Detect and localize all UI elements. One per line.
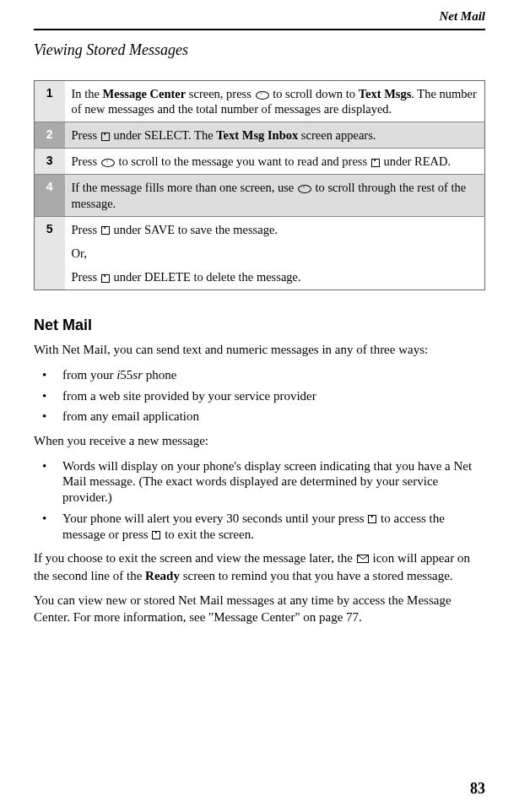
section-heading: Viewing Stored Messages	[34, 41, 485, 60]
step-text: Press under SELECT. The Text Msg Inbox s…	[65, 122, 485, 149]
step-row: 4 If the message fills more than one scr…	[35, 175, 485, 216]
key-icon	[101, 274, 110, 283]
topic-heading: Net Mail	[34, 316, 485, 335]
step-text: If the message fills more than one scree…	[65, 175, 485, 216]
list-item: Words will display on your phone's displ…	[34, 458, 485, 506]
step-row: 3 Press to scroll to the message you wan…	[35, 149, 485, 175]
step-text: Press under SAVE to save the message. Or…	[65, 216, 485, 290]
list-item: from any email application	[34, 409, 485, 425]
scroll-icon	[298, 185, 311, 193]
running-header: Net Mail	[34, 8, 485, 25]
key-icon	[152, 531, 160, 539]
key-icon	[101, 133, 110, 141]
steps-table: 1 In the Message Center screen, press to…	[34, 80, 485, 290]
envelope-icon	[357, 551, 369, 568]
exit-paragraph: If you choose to exit the screen and vie…	[34, 550, 485, 584]
list-item: from your i55sr phone	[34, 367, 485, 383]
key-icon	[371, 159, 380, 167]
header-rule	[34, 29, 485, 30]
scroll-icon	[256, 91, 269, 100]
scroll-icon	[101, 159, 115, 167]
step-number: 2	[35, 122, 65, 149]
step-text: Press to scroll to the message you want …	[65, 149, 485, 175]
page-number: 83	[470, 779, 485, 798]
ways-list: from your i55sr phone from a web site pr…	[34, 367, 485, 425]
step-row: 2 Press under SELECT. The Text Msg Inbox…	[35, 122, 485, 149]
step-number: 3	[35, 149, 65, 175]
list-item: from a web site provided by your service…	[34, 388, 485, 404]
step-text: In the Message Center screen, press to s…	[65, 80, 485, 122]
step-row: 1 In the Message Center screen, press to…	[35, 80, 485, 122]
receive-intro: When you receive a new message:	[34, 433, 485, 450]
step-number: 5	[35, 216, 65, 290]
step-number: 4	[35, 175, 65, 216]
view-paragraph: You can view new or stored Net Mail mess…	[34, 593, 485, 625]
step-row: 5 Press under SAVE to save the message. …	[35, 216, 485, 290]
key-icon	[101, 226, 110, 235]
receive-list: Words will display on your phone's displ…	[34, 458, 485, 543]
list-item: Your phone will alert you every 30 secon…	[34, 511, 485, 543]
step-number: 1	[35, 80, 65, 122]
intro-paragraph: With Net Mail, you can send text and num…	[34, 342, 485, 359]
key-icon	[368, 515, 376, 523]
